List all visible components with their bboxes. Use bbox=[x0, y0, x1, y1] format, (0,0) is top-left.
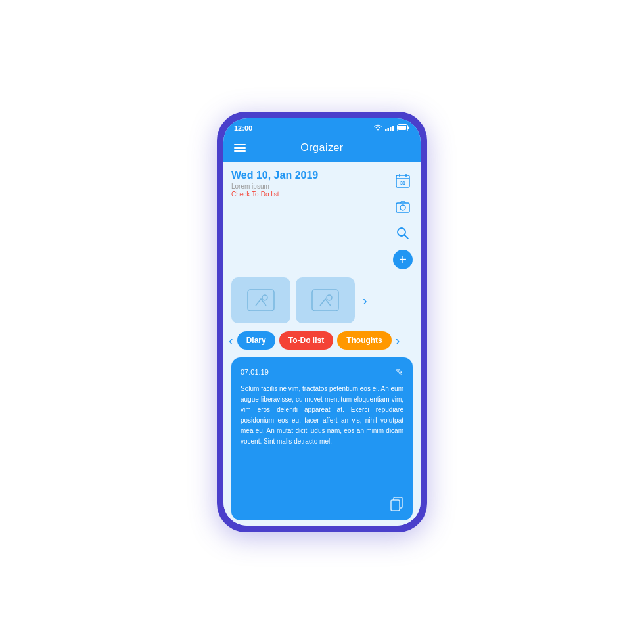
tab-left-chevron[interactable]: ‹ bbox=[229, 333, 233, 348]
date-section: Wed 10, Jan 2019 Lorem ipsum Check To-Do… bbox=[223, 162, 421, 275]
entry-header: 07.01.19 ✎ bbox=[241, 367, 403, 377]
svg-line-14 bbox=[405, 235, 409, 239]
edit-icon[interactable]: ✎ bbox=[396, 367, 403, 377]
entry-card: 07.01.19 ✎ Solum facilis ne vim, tractat… bbox=[231, 357, 413, 520]
search-icon[interactable] bbox=[393, 223, 413, 243]
content-area: Wed 10, Jan 2019 Lorem ipsum Check To-Do… bbox=[223, 162, 421, 526]
svg-rect-5 bbox=[398, 126, 406, 130]
svg-rect-22 bbox=[391, 500, 400, 511]
copy-icon[interactable] bbox=[390, 497, 403, 514]
add-button[interactable]: + bbox=[393, 250, 413, 269]
app-title: Orgaizer bbox=[300, 142, 343, 154]
date-todo[interactable]: Check To-Do list bbox=[231, 191, 393, 198]
tab-right-chevron[interactable]: › bbox=[396, 333, 400, 348]
tab-thoughts[interactable]: Thoughts bbox=[337, 331, 392, 350]
svg-point-12 bbox=[400, 205, 405, 210]
wifi-icon bbox=[373, 124, 382, 132]
svg-rect-0 bbox=[385, 129, 387, 131]
copy-icon-wrap bbox=[241, 497, 403, 514]
status-icons bbox=[373, 122, 410, 134]
date-info: Wed 10, Jan 2019 Lorem ipsum Check To-Do… bbox=[231, 170, 393, 269]
svg-rect-18 bbox=[310, 287, 341, 313]
entry-text: Solum facilis ne vim, tractatos petentiu… bbox=[241, 384, 403, 492]
add-icon: + bbox=[399, 253, 407, 266]
photos-row: › bbox=[223, 275, 421, 329]
photo-thumb-2[interactable] bbox=[296, 277, 355, 323]
calendar-icon[interactable]: 31 bbox=[393, 171, 413, 191]
menu-line-1 bbox=[234, 144, 246, 145]
date-sub: Lorem ipsum bbox=[231, 183, 393, 190]
svg-rect-1 bbox=[388, 128, 390, 131]
app-header: Orgaizer bbox=[223, 137, 421, 162]
phone-screen: 12:00 bbox=[223, 118, 421, 526]
menu-line-2 bbox=[234, 147, 246, 149]
svg-rect-15 bbox=[245, 287, 277, 313]
tab-todo[interactable]: To-Do list bbox=[279, 331, 333, 350]
photo-thumb-1[interactable] bbox=[231, 277, 290, 323]
menu-line-3 bbox=[234, 150, 246, 152]
battery-icon bbox=[397, 122, 410, 134]
status-time: 12:00 bbox=[234, 124, 252, 132]
camera-icon[interactable] bbox=[393, 197, 413, 217]
status-bar: 12:00 bbox=[223, 118, 421, 137]
right-icons-panel: 31 bbox=[393, 170, 413, 269]
date-main: Wed 10, Jan 2019 bbox=[231, 170, 393, 181]
svg-text:31: 31 bbox=[400, 181, 405, 185]
tab-diary[interactable]: Diary bbox=[237, 331, 275, 350]
entry-date: 07.01.19 bbox=[241, 368, 269, 376]
tabs-row: ‹ Diary To-Do list Thoughts › bbox=[223, 329, 421, 355]
svg-rect-3 bbox=[392, 126, 394, 131]
photos-chevron[interactable]: › bbox=[363, 293, 367, 308]
phone-frame: 12:00 bbox=[217, 112, 427, 532]
menu-icon[interactable] bbox=[234, 144, 246, 152]
svg-rect-11 bbox=[396, 203, 409, 212]
signal-icon bbox=[385, 122, 394, 134]
svg-rect-2 bbox=[390, 127, 392, 131]
